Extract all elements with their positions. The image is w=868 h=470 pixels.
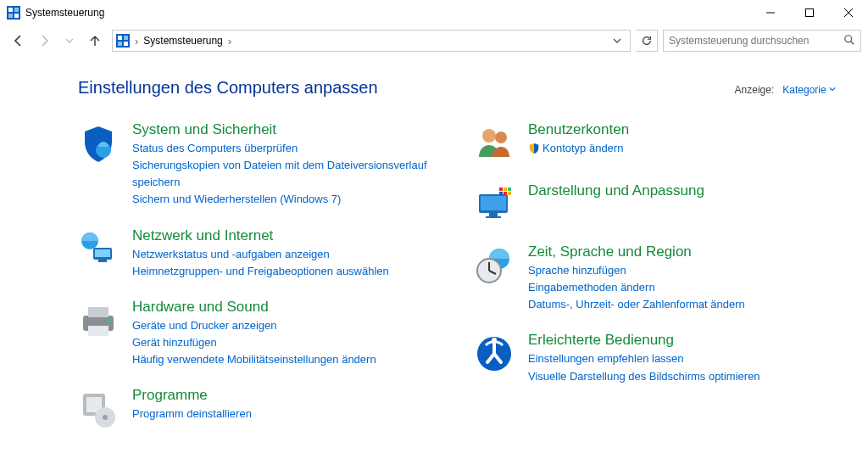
category-link[interactable]: Eingabemethoden ändern — [528, 279, 836, 296]
category-link[interactable]: Datums-, Uhrzeit- oder Zahlenformat ände… — [528, 296, 836, 313]
category-title[interactable]: Darstellung und Anpassung — [528, 182, 836, 199]
ease-of-access-icon — [474, 333, 515, 374]
category-title[interactable]: Zeit, Sprache und Region — [528, 243, 836, 260]
category-title[interactable]: System und Sicherheit — [132, 121, 440, 138]
recent-dropdown[interactable] — [58, 29, 81, 53]
address-dropdown[interactable] — [608, 35, 626, 48]
category-ease-of-access: Erleichterte Bedienung Einstellungen emp… — [474, 332, 836, 384]
breadcrumb-item[interactable]: Systemsteuerung — [140, 31, 225, 51]
category-link[interactable]: Einstellungen empfehlen lassen — [528, 350, 836, 367]
category-programs: Programme Programm deinstallieren — [78, 387, 440, 429]
category-link[interactable]: Netzwerkstatus und -aufgaben anzeigen — [132, 246, 440, 263]
svg-rect-36 — [504, 187, 507, 191]
forward-button[interactable] — [32, 29, 56, 53]
view-by-label: Anzeige: — [735, 84, 775, 96]
monitor-icon — [474, 184, 515, 225]
svg-rect-23 — [88, 326, 108, 336]
navigation-bar: › Systemsteuerung › — [0, 25, 868, 56]
category-link[interactable]: Häufig verwendete Mobilitätseinstellunge… — [132, 351, 440, 368]
chevron-right-icon[interactable]: › — [226, 35, 233, 48]
category-network: Netzwerk und Internet Netzwerkstatus und… — [78, 227, 440, 280]
category-link[interactable]: Kontotyp ändern — [528, 140, 836, 159]
category-link[interactable]: Sicherungskopien von Dateien mit dem Dat… — [132, 157, 440, 191]
svg-point-29 — [482, 129, 496, 143]
category-link[interactable]: Status des Computers überprüfen — [132, 140, 440, 157]
category-link[interactable]: Visuelle Darstellung des Bildschirms opt… — [528, 368, 836, 385]
svg-rect-10 — [118, 36, 122, 40]
clock-globe-icon — [474, 245, 515, 286]
content-area: Einstellungen des Computers anpassen Anz… — [0, 56, 868, 448]
svg-rect-1 — [8, 8, 13, 12]
svg-point-30 — [495, 131, 507, 143]
address-bar[interactable]: › Systemsteuerung › — [112, 30, 631, 52]
close-button[interactable] — [829, 0, 868, 25]
refresh-button[interactable] — [636, 30, 658, 52]
up-button[interactable] — [83, 29, 107, 53]
svg-rect-20 — [98, 260, 107, 262]
category-column-right: Benutzerkonten Kontotyp ändern Darstellu… — [474, 121, 836, 448]
category-link[interactable]: Gerät hinzufügen — [132, 334, 440, 351]
svg-rect-32 — [481, 196, 506, 210]
minimize-button[interactable] — [751, 0, 790, 25]
svg-rect-33 — [489, 213, 498, 216]
svg-line-15 — [851, 41, 854, 44]
printer-icon — [78, 300, 119, 341]
category-link[interactable]: Sprache hinzufügen — [528, 262, 836, 279]
svg-rect-12 — [118, 42, 122, 46]
search-box[interactable] — [663, 30, 861, 52]
control-panel-icon — [7, 6, 20, 20]
category-title[interactable]: Hardware und Sound — [132, 299, 440, 316]
svg-rect-38 — [499, 192, 503, 195]
category-title[interactable]: Programme — [132, 387, 440, 404]
chevron-right-icon[interactable]: › — [133, 35, 140, 48]
category-title[interactable]: Benutzerkonten — [528, 121, 836, 138]
svg-point-14 — [845, 35, 852, 42]
search-input[interactable] — [669, 35, 843, 47]
category-system-security: System und Sicherheit Status des Compute… — [78, 121, 440, 209]
window-title: Systemsteuerung — [25, 7, 751, 19]
category-user-accounts: Benutzerkonten Kontotyp ändern — [474, 121, 836, 164]
control-panel-icon — [116, 34, 130, 48]
svg-rect-40 — [508, 192, 511, 195]
uac-shield-icon — [528, 143, 540, 159]
view-by-dropdown[interactable]: Kategorie — [782, 84, 836, 96]
page-heading: Einstellungen des Computers anpassen — [78, 78, 735, 98]
category-title[interactable]: Erleichterte Bedienung — [528, 332, 836, 349]
svg-rect-11 — [124, 36, 128, 40]
shield-icon — [78, 123, 119, 164]
category-title[interactable]: Netzwerk und Internet — [132, 227, 440, 244]
category-link[interactable]: Geräte und Drucker anzeigen — [132, 317, 440, 334]
svg-rect-2 — [14, 8, 19, 12]
svg-point-28 — [103, 415, 108, 420]
title-bar: Systemsteuerung — [0, 0, 868, 25]
category-link[interactable]: Heimnetzgruppen- und Freigabeoptionen au… — [132, 263, 440, 280]
svg-rect-19 — [95, 249, 110, 257]
category-column-left: System und Sicherheit Status des Compute… — [78, 121, 440, 448]
svg-rect-37 — [508, 187, 511, 191]
svg-rect-34 — [486, 216, 501, 218]
users-icon — [474, 123, 515, 164]
maximize-button[interactable] — [790, 0, 829, 25]
category-appearance: Darstellung und Anpassung — [474, 182, 836, 225]
svg-rect-22 — [88, 307, 108, 317]
svg-rect-39 — [504, 192, 507, 195]
category-link[interactable]: Sichern und Wiederherstellen (Windows 7) — [132, 191, 440, 208]
category-hardware: Hardware und Sound Geräte und Drucker an… — [78, 299, 440, 368]
back-button[interactable] — [7, 29, 31, 53]
svg-rect-35 — [499, 187, 503, 191]
svg-rect-6 — [806, 9, 814, 17]
svg-rect-3 — [8, 14, 13, 18]
svg-rect-13 — [124, 42, 128, 46]
search-icon[interactable] — [843, 34, 855, 48]
programs-icon — [78, 389, 119, 429]
category-time-language: Zeit, Sprache und Region Sprache hinzufü… — [474, 243, 836, 313]
svg-point-24 — [108, 318, 112, 322]
category-link[interactable]: Programm deinstallieren — [132, 406, 440, 422]
svg-rect-4 — [14, 14, 19, 18]
network-icon — [78, 229, 119, 270]
